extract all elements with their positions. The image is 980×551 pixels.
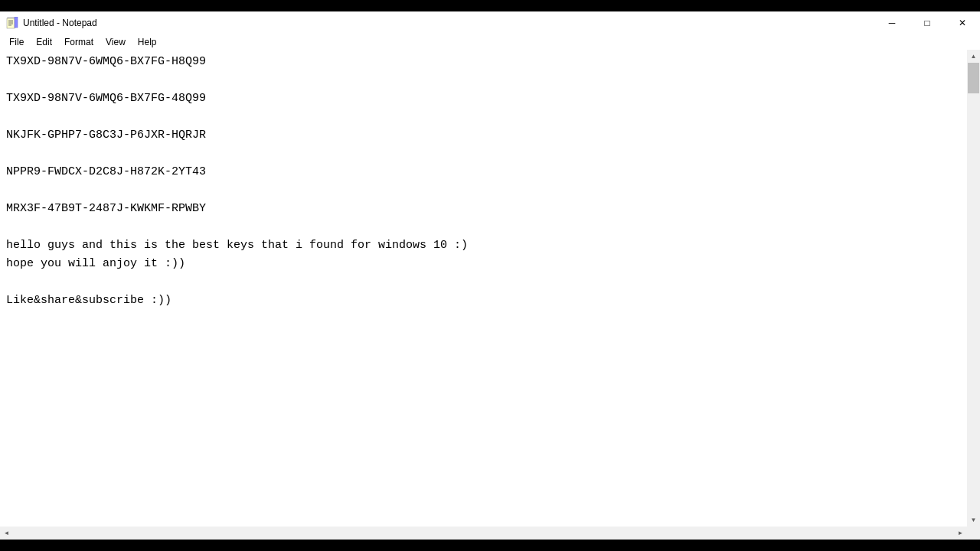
horizontal-scrollbar-container: ◄ ► (0, 527, 980, 540)
menu-file[interactable]: File (3, 35, 30, 49)
menu-format[interactable]: Format (58, 35, 100, 49)
menu-edit[interactable]: Edit (30, 35, 58, 49)
window-title: Untitled - Notepad (23, 18, 97, 28)
svg-rect-6 (15, 17, 18, 28)
scroll-up-arrow[interactable]: ▲ (967, 50, 980, 63)
scroll-h-track[interactable] (13, 527, 954, 540)
content-area: TX9XD-98N7V-6WMQ6-BX7FG-H8Q99 TX9XD-98N7… (0, 50, 980, 527)
scroll-right-arrow[interactable]: ► (954, 527, 967, 540)
title-bar-left: Untitled - Notepad (6, 17, 97, 29)
scroll-thumb[interactable] (968, 63, 979, 93)
menu-bar: File Edit Format View Help (0, 34, 980, 50)
top-letterbox (0, 0, 980, 11)
notepad-window: Untitled - Notepad ─ □ ✕ File Edit Forma… (0, 0, 980, 551)
scroll-left-arrow[interactable]: ◄ (0, 527, 13, 540)
maximize-button[interactable]: □ (910, 11, 945, 34)
close-button[interactable]: ✕ (945, 11, 980, 34)
scrollbar-corner (967, 527, 980, 540)
scroll-track[interactable] (967, 63, 980, 514)
title-bar: Untitled - Notepad ─ □ ✕ (0, 11, 980, 34)
minimize-button[interactable]: ─ (874, 11, 910, 34)
bottom-letterbox (0, 540, 980, 551)
vertical-scrollbar[interactable]: ▲ ▼ (967, 50, 980, 527)
menu-view[interactable]: View (100, 35, 132, 49)
scroll-down-arrow[interactable]: ▼ (967, 514, 980, 527)
menu-help[interactable]: Help (132, 35, 163, 49)
text-editor[interactable]: TX9XD-98N7V-6WMQ6-BX7FG-H8Q99 TX9XD-98N7… (0, 50, 967, 527)
notepad-icon (6, 17, 18, 29)
svg-rect-1 (7, 18, 15, 28)
title-bar-controls: ─ □ ✕ (874, 11, 980, 34)
